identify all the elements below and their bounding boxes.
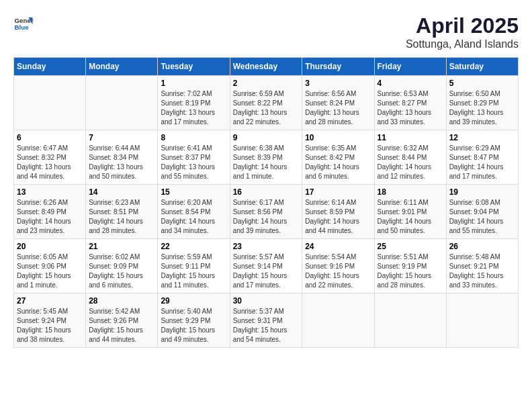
day-cell: 7Sunrise: 6:44 AM Sunset: 8:34 PM Daylig… — [86, 130, 158, 185]
weekday-header-sunday: Sunday — [14, 58, 86, 76]
day-info: Sunrise: 6:50 AM Sunset: 8:29 PM Dayligh… — [449, 89, 515, 127]
day-number: 19 — [449, 187, 515, 197]
logo: General Blue — [13, 13, 34, 34]
day-cell: 22Sunrise: 5:59 AM Sunset: 9:11 PM Dayli… — [158, 239, 230, 293]
day-cell: 8Sunrise: 6:41 AM Sunset: 8:37 PM Daylig… — [158, 130, 230, 185]
day-info: Sunrise: 6:53 AM Sunset: 8:27 PM Dayligh… — [378, 89, 443, 127]
day-cell: 5Sunrise: 6:50 AM Sunset: 8:29 PM Daylig… — [446, 76, 518, 130]
location-title: Sottunga, Aland Islands — [406, 38, 519, 50]
day-cell — [302, 293, 374, 348]
day-info: Sunrise: 6:56 AM Sunset: 8:24 PM Dayligh… — [305, 89, 371, 127]
day-cell: 23Sunrise: 5:57 AM Sunset: 9:14 PM Dayli… — [230, 239, 302, 293]
day-number: 8 — [161, 133, 226, 142]
day-info: Sunrise: 6:14 AM Sunset: 8:59 PM Dayligh… — [305, 198, 371, 236]
day-info: Sunrise: 5:54 AM Sunset: 9:16 PM Dayligh… — [305, 253, 371, 290]
day-info: Sunrise: 7:02 AM Sunset: 8:19 PM Dayligh… — [161, 89, 226, 127]
day-info: Sunrise: 5:51 AM Sunset: 9:19 PM Dayligh… — [378, 253, 443, 290]
day-cell: 27Sunrise: 5:45 AM Sunset: 9:24 PM Dayli… — [14, 293, 86, 348]
weekday-header-tuesday: Tuesday — [158, 58, 230, 76]
day-number: 24 — [305, 242, 371, 251]
weekday-header-wednesday: Wednesday — [230, 58, 302, 76]
day-number: 11 — [378, 133, 443, 142]
day-cell: 11Sunrise: 6:32 AM Sunset: 8:44 PM Dayli… — [374, 130, 446, 185]
day-number: 18 — [378, 187, 443, 197]
day-info: Sunrise: 6:44 AM Sunset: 8:34 PM Dayligh… — [89, 144, 154, 181]
day-info: Sunrise: 6:26 AM Sunset: 8:49 PM Dayligh… — [17, 198, 83, 236]
day-info: Sunrise: 6:08 AM Sunset: 9:04 PM Dayligh… — [449, 198, 515, 236]
day-number: 20 — [17, 242, 83, 251]
title-area: April 2025 Sottunga, Aland Islands — [406, 13, 519, 50]
weekday-header-monday: Monday — [86, 58, 158, 76]
day-info: Sunrise: 5:40 AM Sunset: 9:29 PM Dayligh… — [161, 307, 226, 345]
day-info: Sunrise: 6:32 AM Sunset: 8:44 PM Dayligh… — [378, 144, 443, 181]
day-cell: 6Sunrise: 6:47 AM Sunset: 8:32 PM Daylig… — [14, 130, 86, 185]
day-info: Sunrise: 5:48 AM Sunset: 9:21 PM Dayligh… — [449, 253, 515, 290]
day-info: Sunrise: 5:37 AM Sunset: 9:31 PM Dayligh… — [233, 307, 300, 345]
day-info: Sunrise: 6:20 AM Sunset: 8:54 PM Dayligh… — [161, 198, 226, 236]
day-cell: 12Sunrise: 6:29 AM Sunset: 8:47 PM Dayli… — [446, 130, 518, 185]
weekday-header-row: SundayMondayTuesdayWednesdayThursdayFrid… — [14, 58, 519, 76]
day-number: 4 — [378, 79, 443, 88]
day-cell: 28Sunrise: 5:42 AM Sunset: 9:26 PM Dayli… — [86, 293, 158, 348]
day-cell: 4Sunrise: 6:53 AM Sunset: 8:27 PM Daylig… — [374, 76, 446, 130]
day-cell: 17Sunrise: 6:14 AM Sunset: 8:59 PM Dayli… — [302, 185, 374, 239]
day-info: Sunrise: 6:41 AM Sunset: 8:37 PM Dayligh… — [161, 144, 226, 181]
day-info: Sunrise: 6:23 AM Sunset: 8:51 PM Dayligh… — [89, 198, 154, 236]
day-number: 9 — [233, 133, 300, 142]
day-cell: 18Sunrise: 6:11 AM Sunset: 9:01 PM Dayli… — [374, 185, 446, 239]
calendar-table: SundayMondayTuesdayWednesdayThursdayFrid… — [13, 57, 519, 348]
day-number: 3 — [305, 79, 371, 88]
day-number: 10 — [305, 133, 371, 142]
weekday-header-thursday: Thursday — [302, 58, 374, 76]
day-info: Sunrise: 6:05 AM Sunset: 9:06 PM Dayligh… — [17, 253, 83, 290]
day-number: 25 — [378, 242, 443, 251]
day-cell: 19Sunrise: 6:08 AM Sunset: 9:04 PM Dayli… — [446, 185, 518, 239]
day-number: 14 — [89, 187, 154, 197]
day-cell: 1Sunrise: 7:02 AM Sunset: 8:19 PM Daylig… — [158, 76, 230, 130]
day-info: Sunrise: 6:47 AM Sunset: 8:32 PM Dayligh… — [17, 144, 83, 181]
logo-icon: General Blue — [13, 13, 34, 34]
day-number: 30 — [233, 296, 300, 306]
header: General Blue April 2025 Sottunga, Aland … — [13, 13, 519, 50]
day-cell: 3Sunrise: 6:56 AM Sunset: 8:24 PM Daylig… — [302, 76, 374, 130]
day-number: 7 — [89, 133, 154, 142]
weekday-header-friday: Friday — [374, 58, 446, 76]
day-number: 22 — [161, 242, 226, 251]
day-cell: 10Sunrise: 6:35 AM Sunset: 8:42 PM Dayli… — [302, 130, 374, 185]
day-number: 26 — [449, 242, 515, 251]
day-cell: 2Sunrise: 6:59 AM Sunset: 8:22 PM Daylig… — [230, 76, 302, 130]
day-info: Sunrise: 6:02 AM Sunset: 9:09 PM Dayligh… — [89, 253, 154, 290]
day-cell: 20Sunrise: 6:05 AM Sunset: 9:06 PM Dayli… — [14, 239, 86, 293]
week-row-1: 1Sunrise: 7:02 AM Sunset: 8:19 PM Daylig… — [14, 76, 519, 130]
day-number: 29 — [161, 296, 226, 306]
day-info: Sunrise: 5:57 AM Sunset: 9:14 PM Dayligh… — [233, 253, 300, 290]
day-info: Sunrise: 6:38 AM Sunset: 8:39 PM Dayligh… — [233, 144, 300, 181]
week-row-2: 6Sunrise: 6:47 AM Sunset: 8:32 PM Daylig… — [14, 130, 519, 185]
month-title: April 2025 — [406, 13, 519, 38]
day-cell: 26Sunrise: 5:48 AM Sunset: 9:21 PM Dayli… — [446, 239, 518, 293]
day-cell: 13Sunrise: 6:26 AM Sunset: 8:49 PM Dayli… — [14, 185, 86, 239]
day-cell — [374, 293, 446, 348]
day-cell: 29Sunrise: 5:40 AM Sunset: 9:29 PM Dayli… — [158, 293, 230, 348]
day-number: 12 — [449, 133, 515, 142]
day-info: Sunrise: 5:59 AM Sunset: 9:11 PM Dayligh… — [161, 253, 226, 290]
day-cell: 14Sunrise: 6:23 AM Sunset: 8:51 PM Dayli… — [86, 185, 158, 239]
day-number: 28 — [89, 296, 154, 306]
day-info: Sunrise: 6:35 AM Sunset: 8:42 PM Dayligh… — [305, 144, 371, 181]
day-number: 21 — [89, 242, 154, 251]
day-number: 5 — [449, 79, 515, 88]
day-info: Sunrise: 6:17 AM Sunset: 8:56 PM Dayligh… — [233, 198, 300, 236]
day-info: Sunrise: 5:42 AM Sunset: 9:26 PM Dayligh… — [89, 307, 154, 345]
day-info: Sunrise: 6:59 AM Sunset: 8:22 PM Dayligh… — [233, 89, 300, 127]
day-cell — [86, 76, 158, 130]
day-info: Sunrise: 5:45 AM Sunset: 9:24 PM Dayligh… — [17, 307, 83, 345]
weekday-header-saturday: Saturday — [446, 58, 518, 76]
day-number: 23 — [233, 242, 300, 251]
week-row-3: 13Sunrise: 6:26 AM Sunset: 8:49 PM Dayli… — [14, 185, 519, 239]
day-number: 16 — [233, 187, 300, 197]
day-cell — [14, 76, 86, 130]
day-number: 17 — [305, 187, 371, 197]
day-cell: 15Sunrise: 6:20 AM Sunset: 8:54 PM Dayli… — [158, 185, 230, 239]
svg-text:Blue: Blue — [15, 24, 30, 31]
day-cell: 24Sunrise: 5:54 AM Sunset: 9:16 PM Dayli… — [302, 239, 374, 293]
